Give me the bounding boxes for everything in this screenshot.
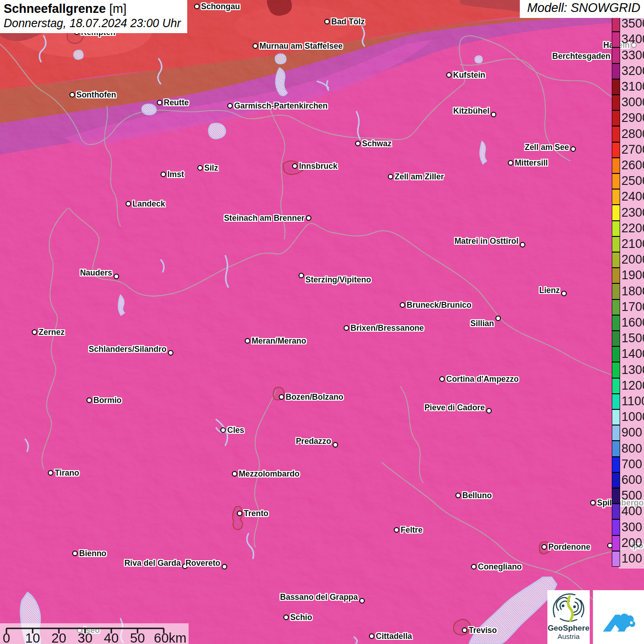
city-dot <box>306 215 311 221</box>
city-label: Reutte <box>164 98 189 108</box>
city-label: Rovereto <box>185 558 220 568</box>
legend-segment <box>612 173 620 189</box>
legend-segment <box>612 394 620 409</box>
legend-value: 1400 <box>621 347 644 361</box>
legend-segment <box>612 126 620 142</box>
legend-value: 1000 <box>621 410 644 424</box>
city-label: Sonthofen <box>76 90 116 100</box>
legend-value: 800 <box>621 442 644 455</box>
legend-segment <box>612 142 620 158</box>
legend-value: 2500 <box>621 174 644 188</box>
city-label: Trento <box>244 509 268 518</box>
city-label: Bruneck/Brunico <box>407 300 472 310</box>
title-text: Schneefallgrenze <box>4 2 106 16</box>
city-label: Predazzo <box>296 437 331 446</box>
city-label: Innsbruck <box>299 161 338 171</box>
legend-value: 3100 <box>621 80 644 93</box>
legend-segment <box>612 331 620 346</box>
city-dot <box>227 103 233 109</box>
scalebar: 0102030405060km <box>0 623 189 644</box>
city-label: Schongau <box>201 2 240 12</box>
city-label: Imst <box>167 170 184 179</box>
legend-value: 3400 <box>621 33 644 46</box>
city-dot <box>333 442 338 448</box>
scalebar-label: 60km <box>154 631 187 644</box>
legend-value: 700 <box>621 458 644 471</box>
city-dot <box>222 564 227 569</box>
city-dot <box>491 112 496 117</box>
city-dot <box>455 493 461 498</box>
city-label: Conegliano <box>478 562 522 572</box>
legend-segment <box>612 189 620 205</box>
city-dot <box>245 338 250 344</box>
city-label: Brixen/Bressanone <box>351 323 424 333</box>
city-dot <box>299 273 304 278</box>
city-label: Bienno <box>79 549 106 558</box>
legend-segment <box>612 315 620 331</box>
map-canvas[interactable]: SchongauBad TölzKemptenMurnau am Staffel… <box>0 0 644 644</box>
city-dot <box>161 172 166 177</box>
legend-segment <box>612 346 620 362</box>
city-dot <box>446 72 452 78</box>
legend-segment <box>612 110 620 126</box>
city-dot <box>570 146 576 152</box>
city-label: Meran/Merano <box>252 336 306 346</box>
city-dot <box>324 19 330 24</box>
legend-value: 2800 <box>621 127 644 141</box>
city-dot <box>369 633 374 639</box>
city-dot <box>355 141 361 146</box>
city-label: Schwaz <box>362 139 391 149</box>
legend-segment <box>612 32 620 47</box>
page-title: Schneefallgrenze [m] <box>4 2 181 16</box>
title-datetime: Donnerstag, 18.07.2024 23:00 Uhr <box>4 17 181 30</box>
legend-value: 1300 <box>621 363 644 377</box>
model-label: Modell: SNOWGRID <box>520 0 644 18</box>
city-label: Schlanders/Silandro <box>89 345 167 354</box>
legend-value: 1600 <box>621 316 644 329</box>
legend-segment <box>612 252 620 268</box>
city-dot <box>197 165 203 171</box>
city-label: Feltre <box>401 525 423 535</box>
city-dot <box>86 397 92 403</box>
legend-value: 1900 <box>621 269 644 282</box>
legend-segment <box>612 457 620 472</box>
city-label: Mittersill <box>515 158 548 168</box>
legend-value: 400 <box>621 505 644 518</box>
legend-segment <box>612 205 620 220</box>
city-label: Treviso <box>469 626 497 635</box>
geosphere-contour-icon <box>548 590 589 623</box>
city-dot <box>561 291 567 296</box>
legend-value: 1800 <box>621 285 644 298</box>
city-label: Nauders <box>80 268 112 278</box>
legend-value: 500 <box>621 489 644 502</box>
title-unit: [m] <box>109 2 127 16</box>
city-dot <box>237 511 242 516</box>
title-box: Schneefallgrenze [m] Donnerstag, 18.07.2… <box>0 0 187 33</box>
city-label: Steinach am Brenner <box>224 213 305 223</box>
legend-segment <box>612 488 620 504</box>
legend-segment <box>612 63 620 79</box>
city-dot <box>194 4 200 9</box>
city-label: Bad Tölz <box>331 17 365 27</box>
city-label: Zell am Ziller <box>395 172 444 182</box>
city-label: Zernez <box>39 328 64 337</box>
legend-segment <box>612 519 620 535</box>
legend-value: 2300 <box>621 206 644 219</box>
city-dot <box>520 242 525 247</box>
legend-segment <box>612 16 620 32</box>
city-dot <box>283 615 289 620</box>
city-label: Mezzolombardo <box>239 469 299 479</box>
legend-value: 900 <box>621 426 644 439</box>
legend-value: 300 <box>621 521 644 534</box>
legend-segment <box>612 79 620 95</box>
city-label: Cortina d'Ampezzo <box>446 374 519 384</box>
scalebar-label: 10 <box>25 631 40 644</box>
legend-value: 2200 <box>621 222 644 235</box>
city-dot <box>126 201 131 207</box>
city-label: Schio <box>290 613 312 622</box>
legend-value: 1200 <box>621 379 644 392</box>
city-label: Murnau am Staffelsee <box>259 41 343 51</box>
city-label: Kitzbühel <box>453 106 489 116</box>
city-dot <box>495 316 501 321</box>
legend-value: 600 <box>621 473 644 487</box>
